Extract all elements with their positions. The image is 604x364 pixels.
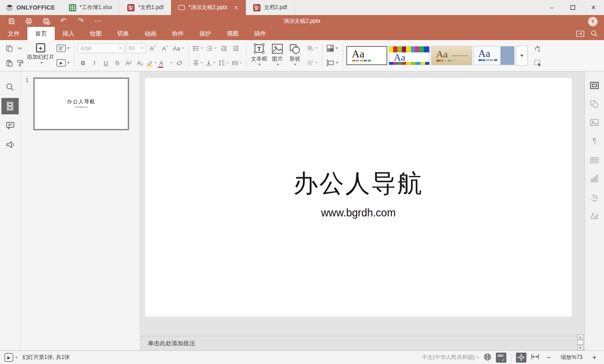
- change-layout-button[interactable]: [56, 42, 71, 54]
- menu-tab-plugins[interactable]: 插件: [246, 27, 274, 40]
- redo-button[interactable]: ↷: [74, 16, 88, 26]
- copy-button[interactable]: [4, 42, 15, 54]
- search-button[interactable]: [591, 30, 598, 37]
- user-avatar[interactable]: Y: [588, 17, 598, 26]
- vertical-scrollbar[interactable]: [576, 72, 584, 350]
- subscript-button[interactable]: A₂: [135, 57, 146, 69]
- theme-pixel[interactable]: Aa: [389, 46, 430, 65]
- slide-canvas[interactable]: 办公人导航 www.bgrdh.com: [145, 78, 572, 317]
- maximize-button[interactable]: [562, 0, 583, 15]
- slide-size-button[interactable]: [326, 57, 339, 69]
- underline-button[interactable]: U: [100, 57, 111, 69]
- font-name-select[interactable]: Arial: [78, 43, 125, 53]
- scroll-up-button[interactable]: [577, 334, 583, 339]
- start-slideshow-statusbar-button[interactable]: ▶: [5, 353, 13, 362]
- insert-image-button[interactable]: 图片: [269, 42, 286, 69]
- doc-tab-pdf2[interactable]: 文档2.pdf: [246, 0, 295, 15]
- line-spacing-button[interactable]: [218, 57, 230, 69]
- start-slideshow-button[interactable]: ▶: [56, 57, 71, 69]
- minimize-button[interactable]: –: [541, 0, 562, 15]
- paragraph-settings-button[interactable]: ¶: [588, 136, 601, 147]
- fit-to-width-button[interactable]: [531, 354, 539, 361]
- tab-close-icon[interactable]: ✕: [234, 5, 239, 11]
- zoom-out-button[interactable]: −: [544, 354, 554, 362]
- cut-button[interactable]: ✂: [15, 42, 26, 54]
- menu-tab-animation[interactable]: 动画: [137, 27, 164, 40]
- chart-settings-button[interactable]: [588, 173, 601, 184]
- doc-tab-spreadsheet[interactable]: *工作簿1.xlsx: [62, 0, 120, 15]
- replace-button[interactable]: AB: [532, 42, 543, 54]
- find-panel-button[interactable]: [1, 79, 19, 95]
- print-button[interactable]: [22, 16, 36, 26]
- spell-check-button[interactable]: ABC ✓: [496, 353, 506, 363]
- bold-button[interactable]: B: [78, 57, 89, 69]
- slide-title-text[interactable]: 办公人导航: [145, 167, 572, 200]
- strikethrough-button[interactable]: S: [112, 57, 123, 69]
- slides-panel-button[interactable]: [1, 98, 19, 114]
- theme-gallery-expand-button[interactable]: [516, 46, 528, 66]
- font-size-select[interactable]: 60: [126, 43, 146, 53]
- zoom-in-button[interactable]: +: [589, 354, 599, 362]
- increase-indent-button[interactable]: [230, 42, 241, 54]
- language-selector[interactable]: 中文(中华人民共和国): [422, 354, 479, 361]
- customize-quick-access-button[interactable]: ⋯: [91, 16, 105, 26]
- signature-settings-button[interactable]: [588, 210, 601, 221]
- slide-thumbnail-1[interactable]: 办公人导航 www.bgrdh.com: [33, 77, 129, 130]
- insert-shape-button[interactable]: 形状: [286, 42, 303, 69]
- notes-area[interactable]: 单击此处添加批注: [141, 336, 576, 350]
- font-color-button[interactable]: A: [158, 57, 174, 69]
- insert-textbox-button[interactable]: T 文本框: [250, 42, 269, 69]
- decrease-indent-button[interactable]: [219, 42, 229, 54]
- bullets-button[interactable]: [192, 42, 204, 54]
- superscript-button[interactable]: A²: [123, 57, 134, 69]
- theme-parchment[interactable]: Aa: [431, 46, 472, 65]
- menu-tab-home[interactable]: 首页: [27, 27, 55, 40]
- fit-to-slide-button[interactable]: [516, 353, 526, 363]
- theme-office[interactable]: Aa: [346, 46, 387, 65]
- close-button[interactable]: ✕: [583, 0, 604, 15]
- feedback-panel-button[interactable]: [1, 136, 19, 153]
- textart-settings-button[interactable]: Ta: [588, 192, 601, 203]
- doc-tab-presentation-active[interactable]: *演示文稿2.pptx ✕: [171, 0, 245, 15]
- decrease-font-button[interactable]: A˅: [160, 42, 171, 54]
- menu-tab-transitions[interactable]: 切换: [109, 27, 137, 40]
- paste-button[interactable]: [4, 57, 15, 69]
- comments-panel-button[interactable]: [1, 117, 19, 133]
- increase-font-button[interactable]: A˄: [147, 42, 158, 54]
- columns-button[interactable]: [231, 57, 243, 69]
- save-button[interactable]: [5, 16, 18, 26]
- menu-tab-draw[interactable]: 绘图: [82, 27, 109, 40]
- shape-settings-button[interactable]: [588, 98, 601, 109]
- scroll-down-button[interactable]: [577, 345, 583, 350]
- menu-tab-view[interactable]: 视图: [219, 27, 246, 40]
- image-settings-button[interactable]: [588, 117, 601, 128]
- quick-print-button[interactable]: [39, 16, 53, 26]
- chevron-down-icon[interactable]: [15, 357, 18, 359]
- table-settings-button[interactable]: [588, 154, 601, 165]
- menu-tab-collaboration[interactable]: 协作: [164, 27, 192, 40]
- format-painter-button[interactable]: [15, 57, 26, 69]
- scrollbar-thumb[interactable]: [577, 340, 583, 345]
- document-language-button[interactable]: [484, 353, 491, 362]
- menu-tab-file[interactable]: 文件: [0, 27, 27, 40]
- slide-settings-button[interactable]: [588, 80, 601, 91]
- menu-tab-insert[interactable]: 插入: [55, 27, 82, 40]
- add-slide-button[interactable]: + 添加幻灯片: [26, 42, 56, 69]
- highlight-color-button[interactable]: [146, 57, 158, 69]
- align-shape-button[interactable]: [306, 57, 319, 69]
- open-file-location-button[interactable]: [576, 31, 584, 37]
- color-scheme-button[interactable]: [326, 42, 339, 54]
- slide-subtitle-text[interactable]: www.bgrdh.com: [145, 207, 572, 219]
- italic-button[interactable]: I: [89, 57, 100, 69]
- undo-button[interactable]: ↶: [57, 16, 70, 26]
- select-all-button[interactable]: [532, 57, 543, 69]
- change-case-button[interactable]: Aa: [172, 42, 185, 54]
- menu-tab-protection[interactable]: 保护: [192, 27, 219, 40]
- doc-tab-pdf1[interactable]: *文档1.pdf: [120, 0, 171, 15]
- numbering-button[interactable]: 12: [205, 42, 218, 54]
- theme-blue[interactable]: Aa: [474, 46, 515, 65]
- horizontal-align-button[interactable]: [192, 57, 204, 69]
- arrange-shape-button[interactable]: [306, 42, 319, 54]
- clear-style-button[interactable]: [174, 57, 185, 69]
- vertical-align-button[interactable]: [205, 57, 217, 69]
